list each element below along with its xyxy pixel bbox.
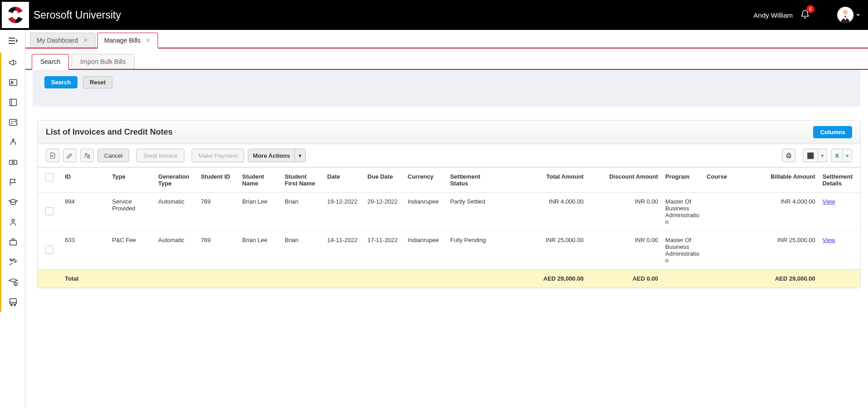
col-student-name[interactable]: Student Name: [239, 168, 281, 193]
id-card-icon: [8, 78, 18, 87]
sidebar-item-reports[interactable]: [0, 172, 25, 192]
user-avatar[interactable]: [837, 7, 854, 23]
col-id[interactable]: ID: [61, 168, 108, 193]
cell-program: Master Of Business Administration: [662, 193, 703, 231]
cell-billable-amount: INR 4,000.00: [762, 193, 819, 231]
cell-currency: Indianrupee: [404, 231, 447, 270]
flag-icon: [8, 177, 18, 187]
make-payment-button[interactable]: Make Payment: [192, 149, 245, 162]
col-program[interactable]: Program: [662, 168, 703, 193]
chevron-down-icon: ▾: [843, 152, 852, 159]
select-all-checkbox[interactable]: [45, 173, 53, 181]
list-icon: [8, 117, 18, 127]
sidebar: [0, 30, 25, 408]
svg-rect-17: [788, 153, 790, 155]
app-logo[interactable]: [2, 2, 29, 28]
send-invoice-button[interactable]: Send Invoice: [136, 149, 184, 162]
export-pdf-dropdown[interactable]: ⬛ ▾: [803, 149, 827, 162]
user-lock-icon: [83, 152, 91, 159]
total-billable: AED 29,000.00: [762, 270, 819, 288]
more-actions-label: More Actions: [248, 152, 294, 159]
row-checkbox[interactable]: [45, 207, 53, 215]
row-checkbox[interactable]: [45, 246, 53, 254]
cell-gen-type: Automatic: [154, 193, 197, 231]
col-currency[interactable]: Currency: [404, 168, 447, 193]
book-icon: [8, 97, 18, 107]
search-button[interactable]: Search: [44, 76, 77, 88]
sidebar-item-graduation[interactable]: [0, 192, 25, 212]
cell-course: [703, 231, 762, 270]
cell-first-name: Brian: [281, 193, 323, 231]
sidebar-item-announce[interactable]: [0, 53, 25, 73]
invoices-section: List of Invoices and Credit Notes Column…: [37, 120, 861, 288]
cell-total-amount: INR 25,000.00: [492, 231, 587, 270]
sidebar-toggle[interactable]: [7, 34, 18, 48]
sidebar-item-users[interactable]: [0, 212, 25, 232]
sidebar-item-library[interactable]: [0, 92, 25, 112]
svg-rect-4: [10, 99, 17, 106]
sidebar-item-academics[interactable]: [0, 132, 25, 152]
view-link[interactable]: View: [823, 237, 835, 243]
col-due-date[interactable]: Due Date: [364, 168, 404, 193]
app-header: Serosoft University Andy William 6: [0, 0, 868, 30]
col-student-id[interactable]: Student ID: [197, 168, 238, 193]
sidebar-item-scholarship[interactable]: [0, 272, 25, 292]
svg-point-9: [12, 219, 14, 222]
sub-tab-import[interactable]: Import Bulk Bills: [72, 54, 134, 69]
col-type[interactable]: Type: [109, 168, 155, 193]
cell-settlement-status: Fully Pending: [447, 231, 493, 270]
columns-button[interactable]: Columns: [813, 126, 852, 138]
grid-toolbar: Cancel Send Invoice Make Payment More Ac…: [38, 144, 860, 167]
col-course[interactable]: Course: [703, 168, 762, 193]
cell-discount-amount: INR 0.00: [587, 193, 661, 231]
reset-button[interactable]: Reset: [83, 76, 112, 88]
user-name[interactable]: Andy William: [753, 11, 793, 19]
sidebar-item-profile[interactable]: [0, 73, 25, 92]
print-button[interactable]: [782, 149, 796, 162]
cell-gen-type: Automatic: [154, 231, 197, 270]
close-icon[interactable]: ✕: [82, 37, 89, 44]
col-date[interactable]: Date: [323, 168, 364, 193]
more-actions-dropdown[interactable]: More Actions ▾: [248, 149, 306, 162]
col-settlement-status[interactable]: Settlement Status: [447, 168, 493, 193]
cell-due-date: 29-12-2022: [364, 193, 404, 231]
sub-tab-search[interactable]: Search: [32, 54, 69, 70]
svg-rect-10: [10, 240, 17, 245]
cancel-button[interactable]: Cancel: [97, 149, 129, 162]
lock-button[interactable]: [80, 149, 94, 162]
cell-type: P&C Fee: [109, 231, 155, 270]
cell-billable-amount: INR 25,000.00: [762, 231, 819, 270]
close-icon[interactable]: ✕: [145, 37, 151, 44]
user-menu-caret[interactable]: [856, 14, 860, 16]
briefcase-icon: [8, 237, 18, 247]
col-gen-type[interactable]: Generation Type: [154, 168, 197, 193]
cell-discount-amount: INR 0.00: [587, 231, 661, 270]
cell-student-id: 769: [197, 231, 238, 270]
sidebar-item-finance[interactable]: [0, 152, 25, 172]
printer-icon: [785, 152, 792, 159]
table-row[interactable]: 633 P&C Fee Automatic 769 Brian Lee Bria…: [38, 231, 860, 270]
col-discount-amount[interactable]: Discount Amount: [587, 168, 661, 193]
main-content: My Dashboard ✕ Manage Bills ✕ Search Imp…: [25, 30, 868, 408]
export-excel-dropdown[interactable]: X ▾: [831, 149, 852, 162]
tab-manage-bills[interactable]: Manage Bills ✕: [97, 33, 158, 49]
table-row[interactable]: 894 Service Provided Automatic 769 Brian…: [38, 193, 860, 231]
add-button[interactable]: [46, 149, 59, 162]
svg-rect-12: [10, 299, 17, 304]
cell-program: Master Of Business Administration: [662, 231, 703, 270]
sidebar-item-tasks[interactable]: [0, 112, 25, 132]
notifications-button[interactable]: 6: [800, 10, 810, 21]
col-total-amount[interactable]: Total Amount: [492, 168, 587, 193]
svg-rect-2: [10, 80, 17, 86]
reading-icon: [8, 137, 18, 147]
sidebar-item-transport[interactable]: [0, 292, 25, 312]
search-panel: Search Reset: [33, 70, 861, 107]
tab-my-dashboard[interactable]: My Dashboard ✕: [30, 33, 96, 48]
sidebar-item-tools[interactable]: [0, 252, 25, 272]
sidebar-item-services[interactable]: [0, 232, 25, 252]
view-link[interactable]: View: [823, 198, 835, 205]
col-first-name[interactable]: Student First Name: [281, 168, 323, 193]
col-settlement-details[interactable]: Settlement Details: [819, 168, 860, 193]
col-billable-amount[interactable]: Billable Amount: [762, 168, 819, 193]
edit-button[interactable]: [63, 149, 77, 162]
